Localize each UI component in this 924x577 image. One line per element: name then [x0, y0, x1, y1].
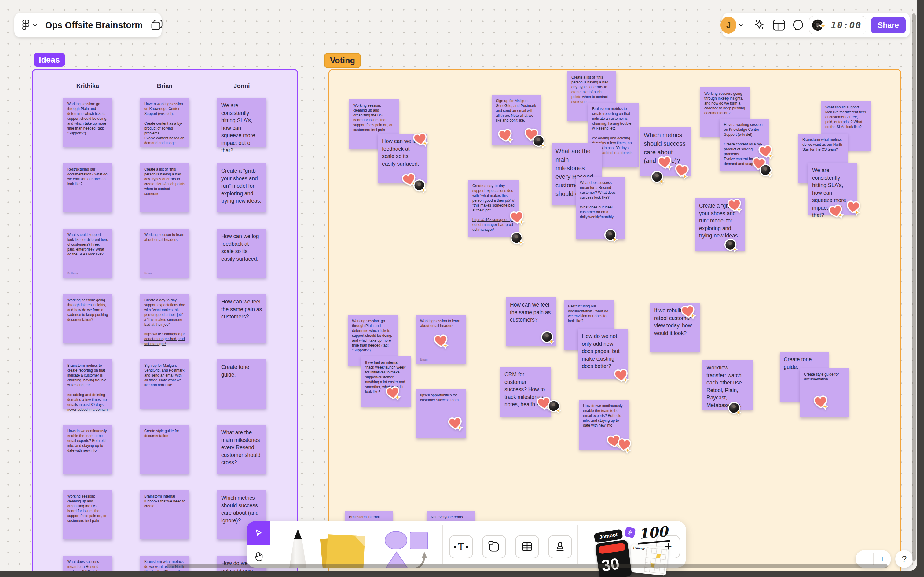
sticky-note-text: Sign up for Mailgun, SendGrid, and Postm…	[144, 363, 185, 388]
avatar-stamp[interactable]	[650, 170, 665, 187]
heart-stamp[interactable]	[826, 202, 846, 223]
table-tool-button[interactable]	[515, 535, 539, 558]
sticky-note-text: Brainstorm metrics to create reporting o…	[67, 363, 108, 412]
avatar-stamp[interactable]	[412, 179, 428, 195]
sticky-note[interactable]: Have a working session on Knowledge Cent…	[140, 98, 190, 147]
share-button[interactable]: Share	[871, 17, 906, 33]
file-title[interactable]: Ops Offsite Brainstorm	[45, 20, 143, 30]
sticky-note[interactable]: What should support look like for differ…	[63, 229, 113, 278]
file-header: Ops Offsite Brainstorm	[14, 13, 162, 37]
sticky-note-author: Brian	[144, 271, 152, 275]
sticky-note-text: What are the main milestones every Resen…	[221, 429, 262, 466]
heart-stamp[interactable]	[496, 127, 515, 147]
stamp-tool-button[interactable]	[548, 535, 572, 558]
heart-stamp[interactable]	[383, 384, 403, 405]
sticky-note[interactable]: How can we feel the same pain as custome…	[217, 294, 266, 343]
heart-stamp[interactable]	[410, 130, 431, 151]
avatar-stamp[interactable]	[547, 399, 562, 416]
sticky-note-text: How can we feel the same pain as custome…	[510, 301, 552, 324]
sticky-note[interactable]: Create a day-to-day support expectations…	[140, 294, 190, 343]
text-tool-button[interactable]: T	[449, 535, 473, 558]
shapes-tool[interactable]	[384, 530, 433, 567]
avatar: J	[721, 16, 736, 34]
heart-stamp[interactable]	[507, 209, 526, 229]
sticky-note[interactable]: Brainstorm metrics to create reporting o…	[63, 359, 113, 409]
ai-sparkles-button[interactable]	[753, 19, 766, 31]
sticky-note[interactable]: Working session: cleaning up and organiz…	[63, 490, 113, 539]
heart-stamp[interactable]	[446, 415, 465, 435]
whiteboard-canvas[interactable]: Ideas Voting KrithikaWorking session: go…	[0, 0, 917, 571]
sticky-note[interactable]: Brainstorm what metrics do we want as ou…	[140, 556, 190, 571]
heart-stamp[interactable]	[678, 303, 698, 323]
boards-icon	[151, 19, 163, 31]
select-tool-button[interactable]	[246, 521, 270, 545]
sparkles-icon	[753, 19, 766, 31]
countdown-widget-thumb[interactable]: 30	[595, 539, 632, 577]
ideas-column-name: Krithika	[57, 82, 118, 90]
heart-stamp[interactable]	[844, 198, 863, 219]
avatar-stamp[interactable]	[532, 134, 547, 150]
avatar-stamp[interactable]	[540, 330, 555, 347]
sticky-note-text: Which metrics should success care about …	[221, 494, 262, 524]
sticky-note-text: Working session: go through Plain and de…	[352, 319, 394, 353]
sticky-note[interactable]: How do we continuously enable the team t…	[63, 425, 113, 474]
sticky-note[interactable]: Create tone guide.	[217, 359, 266, 409]
sticky-note-text: We are consistently hitting SLA's, how c…	[221, 102, 262, 154]
sticky-note-text: Brainstorm internal runbooks that we nee…	[144, 494, 185, 509]
help-button[interactable]: ?	[895, 550, 913, 568]
music-timer-widget[interactable]: ♪ 10:00	[809, 16, 866, 34]
sticky-note[interactable]: Create style guide for documentation	[140, 425, 190, 474]
ideas-section-label[interactable]: Ideas	[34, 53, 65, 67]
sticky-note-text: Working session: going through Inkeep in…	[704, 91, 745, 116]
comments-button[interactable]	[792, 19, 804, 31]
layout-template-icon	[773, 19, 785, 31]
sticky-note[interactable]: Restructuring our documentation - what d…	[63, 163, 113, 213]
score-widget-thumb[interactable]: 100	[637, 523, 670, 545]
ideas-column-name: Jonni	[211, 82, 272, 90]
avatar-stamp[interactable]	[604, 228, 619, 245]
heart-stamp[interactable]	[811, 393, 830, 414]
sticky-note-tool[interactable]	[318, 533, 370, 567]
heart-stamp[interactable]	[432, 332, 450, 352]
avatar-stamp[interactable]	[510, 231, 525, 248]
sticky-note-text: Create a day-to-day support expectations…	[472, 184, 515, 213]
horizontal-scrollbar[interactable]	[167, 564, 888, 568]
heart-stamp[interactable]	[612, 367, 631, 387]
marker-pen-tool[interactable]	[280, 528, 316, 567]
toolbar-header-right: J ♪ 10:00 Share	[722, 13, 910, 37]
figma-logo-menu[interactable]	[22, 19, 37, 31]
sticky-note[interactable]: Create a “grab your shoes and run” model…	[217, 163, 266, 213]
sticky-note-text: What should support look like for differ…	[825, 105, 866, 130]
timer-time: 10:00	[831, 20, 861, 31]
sticky-note-link[interactable]: https://a16z.com/good-product-manager-ba…	[144, 332, 185, 347]
sticky-note[interactable]: Working session: going through Inkeep in…	[63, 294, 113, 343]
boards-button[interactable]	[151, 19, 163, 31]
avatar-stamp[interactable]	[724, 238, 739, 254]
sticky-note[interactable]: Sign up for Mailgun, SendGrid, and Postm…	[140, 359, 190, 409]
templates-button[interactable]	[773, 19, 785, 31]
sticky-note[interactable]: Working session to learn about email hea…	[140, 229, 190, 278]
vertical-scrollbar[interactable]	[912, 13, 916, 561]
chevron-down-icon	[739, 24, 743, 27]
sticky-note[interactable]: Brainstorm internal runbooks that we nee…	[140, 490, 190, 539]
sticky-note[interactable]: What does success mean for a Resend cust…	[63, 556, 113, 571]
sticky-note-text: Brainstorm what metrics do we want as ou…	[802, 137, 844, 152]
sticky-note[interactable]: We are consistently hitting SLA's, how c…	[217, 98, 266, 147]
sticky-note-author: Krithika	[67, 271, 78, 275]
avatar-stamp[interactable]	[727, 401, 742, 417]
voting-section-label[interactable]: Voting	[324, 53, 361, 68]
sticky-note[interactable]: Working session: go through Plain and de…	[63, 98, 113, 147]
sticky-note-text: How can we log feedback at scale so its …	[221, 232, 262, 263]
sticky-note-text: Create style guide for documentation	[144, 429, 185, 438]
sticky-note[interactable]: What are the main milestones every Resen…	[217, 425, 266, 474]
sticky-note[interactable]: How can we log feedback at scale so its …	[217, 229, 266, 278]
section-tool-button[interactable]	[482, 535, 506, 558]
avatar-stamp[interactable]	[759, 163, 774, 180]
current-user-menu[interactable]: J	[721, 16, 743, 34]
planner-widget-thumb[interactable]: Planner	[629, 544, 669, 576]
sticky-note[interactable]: Create a list of "this person is having …	[140, 163, 190, 213]
heart-stamp[interactable]	[614, 436, 634, 456]
heart-stamp[interactable]	[725, 197, 744, 217]
text-tool-icon: T	[454, 541, 468, 553]
heart-stamp[interactable]	[671, 162, 691, 183]
